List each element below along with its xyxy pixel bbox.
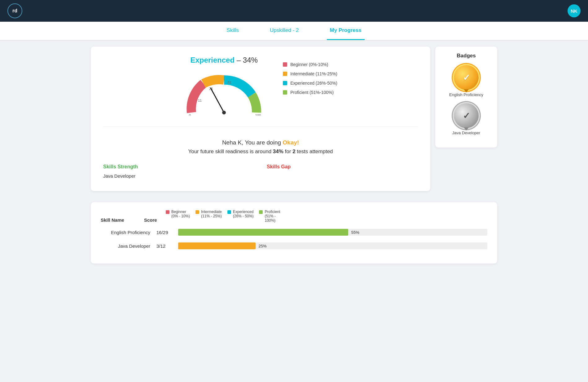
skill-bar-label-java: 25%: [258, 244, 266, 248]
skill-bar-bg-english: 55%: [178, 229, 487, 236]
skill-name-java: Java Developer: [101, 243, 150, 249]
table-legend-dot-proficient: [259, 210, 263, 214]
legend-dot-proficient: [283, 90, 287, 95]
svg-text:51: 51: [228, 81, 231, 84]
skills-strength-col: Skills Strength Java Developer: [103, 164, 254, 179]
skill-score-english: 16/29: [156, 230, 172, 235]
gauge-container: Experienced – 34%: [184, 56, 264, 117]
table-legend: Beginner(0% - 10%) Intermediate(11% - 25…: [166, 210, 287, 223]
gauge-visual: 0 11 26 51 100: [184, 68, 264, 117]
svg-text:100: 100: [255, 113, 261, 116]
gauge-separator: –: [237, 56, 243, 64]
badges-title: Badges: [440, 53, 492, 59]
table-row: Java Developer 3/12 25%: [101, 242, 487, 249]
gauge-title: Experienced – 34%: [184, 56, 264, 64]
table-legend-dot-intermediate: [195, 210, 199, 214]
badge-english-label: English Proficiency: [440, 92, 492, 97]
legend-dot-beginner: [283, 62, 287, 67]
skills-table: Skill Name Score Beginner(0% - 10%) Inte…: [91, 202, 497, 264]
bottom-layout: Skill Name Score Beginner(0% - 10%) Inte…: [83, 197, 505, 270]
skill-bar-english: 55%: [178, 229, 487, 236]
main-content-card: Experienced – 34%: [91, 47, 430, 191]
badge-english-proficiency: ✓ English Proficiency: [440, 65, 492, 97]
legend-beginner: Beginner (0%-10%): [283, 62, 337, 67]
skill-bar-fill-english: 55%: [178, 229, 348, 236]
table-legend-intermediate: Intermediate(11% - 25%): [195, 210, 222, 218]
progress-message: Neha K, You are doing Okay! Your future …: [103, 133, 418, 158]
skill-bar-label-english: 55%: [351, 230, 359, 235]
badge-gold-icon: ✓: [454, 65, 479, 90]
message-line2: Your future skill readiness is around 34…: [103, 149, 418, 155]
skill-score-java: 3/12: [156, 243, 172, 249]
svg-point-6: [222, 111, 226, 114]
navigation-tabs: Skills Upskilled - 2 My Progress: [0, 22, 588, 40]
sidebar: Badges ✓ English Proficiency ✓ Java Deve…: [435, 47, 497, 191]
app-header: rd NK: [0, 0, 588, 22]
user-avatar[interactable]: NK: [568, 4, 581, 17]
gauge-legend: Beginner (0%-10%) Intermediate (11%-25%)…: [283, 62, 337, 95]
skills-table-card: Skill Name Score Beginner(0% - 10%) Inte…: [91, 202, 497, 264]
skills-strength-title: Skills Strength: [103, 164, 254, 170]
table-legend-proficient: Proficient(51% - 100%): [259, 210, 287, 223]
table-row: English Proficiency 16/29 55%: [101, 229, 487, 236]
svg-text:0: 0: [189, 113, 191, 116]
table-legend-experienced: Experienced(26% - 50%): [227, 210, 254, 218]
skills-section: Skills Strength Java Developer Skills Ga…: [103, 158, 418, 182]
badge-java-label: Java Developer: [440, 131, 492, 135]
skill-bar-java: 25%: [178, 242, 487, 249]
skills-gap-col: Skills Gap: [267, 164, 418, 179]
legend-experienced: Experienced (26%-50%): [283, 81, 337, 86]
gauge-section: Experienced – 34%: [103, 56, 418, 127]
main-layout: Experienced – 34%: [83, 40, 505, 197]
table-legend-dot-beginner: [166, 210, 169, 214]
table-header-row: Skill Name Score Beginner(0% - 10%) Inte…: [101, 210, 487, 223]
legend-dot-intermediate: [283, 72, 287, 76]
badge-java-developer: ✓ Java Developer: [440, 103, 492, 135]
message-line1: Neha K, You are doing Okay!: [103, 139, 418, 146]
badges-section: Badges ✓ English Proficiency ✓ Java Deve…: [435, 47, 497, 148]
skill-name-english: English Proficiency: [101, 230, 150, 235]
skill-strength-java: Java Developer: [103, 173, 254, 179]
table-legend-dot-experienced: [227, 210, 231, 214]
skills-gap-title: Skills Gap: [267, 164, 418, 170]
skill-bar-bg-java: 25%: [178, 242, 487, 249]
badge-silver-icon: ✓: [454, 103, 479, 128]
col-score: Score: [144, 217, 160, 223]
col-skill-name: Skill Name: [101, 217, 138, 223]
table-legend-beginner: Beginner(0% - 10%): [166, 210, 190, 218]
legend-proficient: Proficient (51%-100%): [283, 90, 337, 95]
legend-intermediate: Intermediate (11%-25%): [283, 71, 337, 76]
tab-upskilled[interactable]: Upskilled - 2: [267, 22, 302, 40]
svg-line-5: [211, 88, 224, 113]
badge-checkmark-silver: ✓: [463, 111, 470, 121]
legend-dot-experienced: [283, 81, 287, 85]
svg-text:11: 11: [198, 99, 202, 102]
skill-bar-fill-java: 25%: [178, 242, 256, 249]
tab-my-progress[interactable]: My Progress: [327, 22, 365, 40]
badge-checkmark-gold: ✓: [463, 73, 470, 83]
tab-skills[interactable]: Skills: [223, 22, 242, 40]
app-logo: rd: [7, 3, 22, 18]
